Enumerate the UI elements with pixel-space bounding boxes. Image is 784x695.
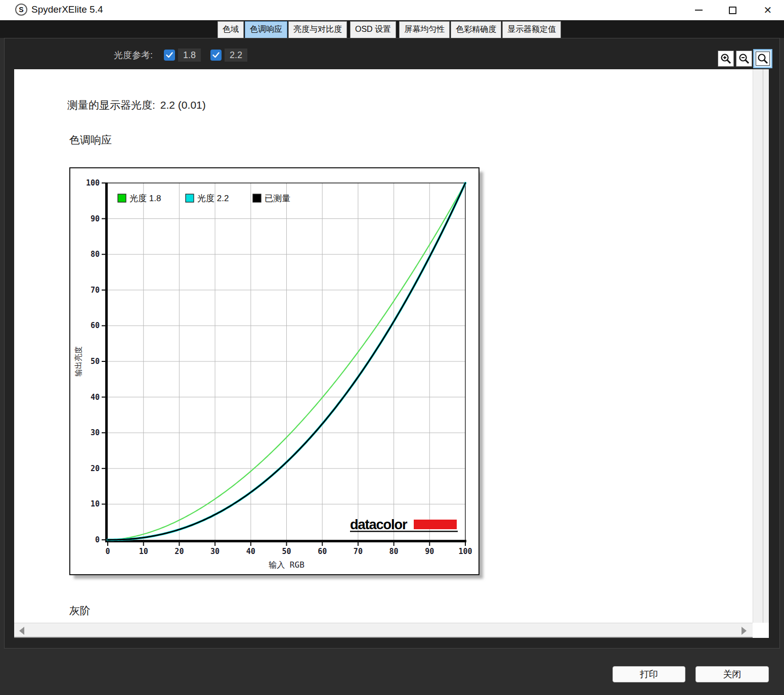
scroll-left-arrow-icon[interactable] (19, 627, 24, 635)
svg-text:70: 70 (91, 286, 100, 295)
minimize-button[interactable] (687, 0, 710, 20)
gamma-2-2-value: 2.2 (225, 49, 247, 62)
zoom-out-icon (738, 53, 750, 65)
svg-text:0: 0 (105, 547, 110, 556)
svg-text:60: 60 (91, 321, 100, 330)
svg-text:0: 0 (95, 535, 100, 544)
gamma-1-8-value: 1.8 (178, 49, 201, 62)
svg-text:已测量: 已测量 (265, 194, 290, 203)
measured-gamma-label: 测量的显示器光度: (67, 99, 155, 111)
tab-monitor-rating[interactable]: 显示器额定值 (502, 21, 561, 38)
tab-gamut[interactable]: 色域 (217, 21, 244, 38)
minimize-icon (695, 10, 703, 11)
grayscale-heading: 灰阶 (69, 604, 91, 618)
print-button[interactable]: 打印 (613, 666, 685, 682)
scroll-right-arrow-icon[interactable] (742, 627, 747, 635)
close-dialog-button[interactable]: 关闭 (695, 666, 769, 682)
close-button[interactable]: ✕ (756, 0, 779, 20)
report-page: 测量的显示器光度:2.2 (0.01) 色调响应 010203040506070… (14, 69, 753, 623)
tab-screen-uniformity[interactable]: 屏幕均匀性 (399, 21, 450, 38)
check-icon (212, 52, 220, 58)
chart-canvas: 0102030405060708090100010203040506070809… (70, 168, 478, 574)
svg-text:20: 20 (91, 464, 100, 473)
svg-text:40: 40 (91, 393, 100, 402)
tab-tone-response[interactable]: 色调响应 (245, 21, 287, 38)
vertical-scrollbar[interactable] (753, 69, 769, 623)
zoom-out-button[interactable] (736, 51, 752, 67)
svg-text:90: 90 (425, 547, 434, 556)
gamma-2-2-checkbox[interactable] (210, 50, 222, 61)
zoom-fit-button[interactable] (753, 49, 772, 68)
tab-strip: 色域 色调响应 亮度与对比度 OSD 设置 屏幕均匀性 色彩精确度 显示器额定值 (0, 20, 784, 38)
svg-text:90: 90 (91, 214, 100, 223)
svg-text:70: 70 (354, 547, 363, 556)
scrollbar-corner (753, 623, 769, 638)
svg-text:datacolor: datacolor (350, 517, 408, 532)
tone-response-chart: 0102030405060708090100010203040506070809… (69, 167, 480, 575)
tab-brightness-contrast[interactable]: 亮度与对比度 (288, 21, 347, 38)
svg-text:20: 20 (175, 547, 184, 556)
svg-text:50: 50 (282, 547, 291, 556)
zoom-in-button[interactable] (718, 51, 734, 67)
zoom-fit-frame (756, 52, 770, 66)
application-window: S SpyderXElite 5.4 ✕ 色域 色调响应 亮度与对比度 OSD … (0, 0, 784, 695)
svg-text:30: 30 (91, 428, 100, 437)
svg-text:30: 30 (210, 547, 220, 556)
maximize-button[interactable] (721, 0, 744, 20)
svg-text:50: 50 (91, 357, 100, 366)
tab-osd-settings[interactable]: OSD 设置 (350, 21, 396, 38)
svg-text:100: 100 (86, 178, 100, 188)
tab-row: 色域 色调响应 亮度与对比度 OSD 设置 屏幕均匀性 色彩精确度 显示器额定值 (217, 21, 561, 38)
svg-text:光度 1.8: 光度 1.8 (129, 194, 161, 203)
svg-text:10: 10 (139, 547, 148, 556)
svg-text:输出亮度: 输出亮度 (74, 346, 83, 377)
svg-text:输入 RGB: 输入 RGB (269, 560, 304, 570)
check-icon (166, 52, 173, 58)
app-logo-icon: S (15, 4, 27, 16)
svg-text:40: 40 (246, 547, 255, 556)
measured-gamma-value: 2.2 (0.01) (160, 99, 206, 111)
title-bar: S SpyderXElite 5.4 ✕ (0, 0, 784, 20)
svg-text:80: 80 (91, 250, 100, 259)
zoom-fit-icon (757, 53, 769, 65)
svg-text:光度 2.2: 光度 2.2 (197, 194, 229, 203)
svg-text:10: 10 (91, 499, 100, 508)
zoom-in-icon (720, 53, 732, 65)
svg-text:80: 80 (389, 547, 399, 556)
gamma-1-8-checkbox[interactable] (164, 50, 175, 61)
close-icon: ✕ (764, 5, 772, 15)
horizontal-scrollbar[interactable] (14, 623, 753, 638)
tab-color-accuracy[interactable]: 色彩精确度 (451, 21, 501, 38)
luminance-reference-label: 光度参考: (114, 49, 153, 61)
svg-text:60: 60 (318, 547, 327, 556)
svg-text:100: 100 (458, 547, 472, 556)
window-title: SpyderXElite 5.4 (31, 4, 103, 15)
measured-gamma-line: 测量的显示器光度:2.2 (0.01) (67, 98, 206, 112)
tone-response-heading: 色调响应 (69, 133, 112, 147)
maximize-icon (729, 7, 736, 14)
